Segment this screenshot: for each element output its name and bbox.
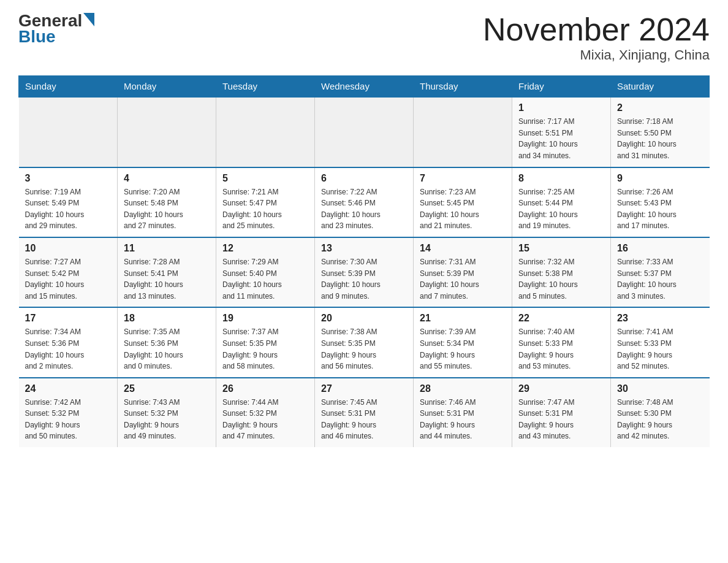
day-info: Sunrise: 7:30 AM Sunset: 5:39 PM Dayligh… xyxy=(321,256,407,302)
calendar-cell: 16Sunrise: 7:33 AM Sunset: 5:37 PM Dayli… xyxy=(611,237,710,307)
day-info: Sunrise: 7:35 AM Sunset: 5:36 PM Dayligh… xyxy=(124,326,210,372)
day-number: 17 xyxy=(25,313,112,324)
weekday-header-monday: Monday xyxy=(118,76,216,98)
calendar-cell: 5Sunrise: 7:21 AM Sunset: 5:47 PM Daylig… xyxy=(216,167,315,237)
calendar-week-row: 1Sunrise: 7:17 AM Sunset: 5:51 PM Daylig… xyxy=(19,97,710,167)
calendar-table: SundayMondayTuesdayWednesdayThursdayFrid… xyxy=(18,75,710,447)
calendar-cell: 24Sunrise: 7:42 AM Sunset: 5:32 PM Dayli… xyxy=(19,378,118,447)
calendar-cell: 10Sunrise: 7:27 AM Sunset: 5:42 PM Dayli… xyxy=(19,237,118,307)
calendar-cell: 11Sunrise: 7:28 AM Sunset: 5:41 PM Dayli… xyxy=(118,237,216,307)
day-info: Sunrise: 7:17 AM Sunset: 5:51 PM Dayligh… xyxy=(518,116,604,161)
day-number: 30 xyxy=(617,383,703,394)
day-info: Sunrise: 7:31 AM Sunset: 5:39 PM Dayligh… xyxy=(420,256,506,302)
calendar-cell xyxy=(216,97,315,167)
day-info: Sunrise: 7:32 AM Sunset: 5:38 PM Dayligh… xyxy=(518,256,604,302)
calendar-cell: 9Sunrise: 7:26 AM Sunset: 5:43 PM Daylig… xyxy=(611,167,710,237)
calendar-week-row: 3Sunrise: 7:19 AM Sunset: 5:49 PM Daylig… xyxy=(19,167,710,237)
calendar-cell xyxy=(414,97,512,167)
day-info: Sunrise: 7:42 AM Sunset: 5:32 PM Dayligh… xyxy=(25,397,112,442)
day-info: Sunrise: 7:19 AM Sunset: 5:49 PM Dayligh… xyxy=(25,186,112,232)
calendar-cell: 29Sunrise: 7:47 AM Sunset: 5:31 PM Dayli… xyxy=(512,378,611,447)
day-info: Sunrise: 7:47 AM Sunset: 5:31 PM Dayligh… xyxy=(518,397,604,442)
day-number: 4 xyxy=(124,173,210,184)
day-number: 12 xyxy=(222,243,308,254)
day-number: 22 xyxy=(518,313,604,324)
day-number: 21 xyxy=(420,313,506,324)
day-number: 11 xyxy=(124,243,210,254)
calendar-cell: 1Sunrise: 7:17 AM Sunset: 5:51 PM Daylig… xyxy=(512,97,611,167)
weekday-header-saturday: Saturday xyxy=(611,76,710,98)
calendar-cell xyxy=(118,97,216,167)
day-number: 20 xyxy=(321,313,407,324)
calendar-week-row: 17Sunrise: 7:34 AM Sunset: 5:36 PM Dayli… xyxy=(19,307,710,377)
day-info: Sunrise: 7:34 AM Sunset: 5:36 PM Dayligh… xyxy=(25,326,112,372)
calendar-cell: 3Sunrise: 7:19 AM Sunset: 5:49 PM Daylig… xyxy=(19,167,118,237)
weekday-header-wednesday: Wednesday xyxy=(315,76,414,98)
calendar-cell: 23Sunrise: 7:41 AM Sunset: 5:33 PM Dayli… xyxy=(611,307,710,377)
weekday-header-sunday: Sunday xyxy=(19,76,118,98)
calendar-cell: 18Sunrise: 7:35 AM Sunset: 5:36 PM Dayli… xyxy=(118,307,216,377)
day-number: 8 xyxy=(518,173,604,184)
weekday-header-row: SundayMondayTuesdayWednesdayThursdayFrid… xyxy=(19,76,710,98)
day-info: Sunrise: 7:27 AM Sunset: 5:42 PM Dayligh… xyxy=(25,256,112,302)
day-info: Sunrise: 7:44 AM Sunset: 5:32 PM Dayligh… xyxy=(222,397,308,442)
calendar-cell: 14Sunrise: 7:31 AM Sunset: 5:39 PM Dayli… xyxy=(414,237,512,307)
calendar-cell: 8Sunrise: 7:25 AM Sunset: 5:44 PM Daylig… xyxy=(512,167,611,237)
day-info: Sunrise: 7:46 AM Sunset: 5:31 PM Dayligh… xyxy=(420,397,506,442)
calendar-cell: 13Sunrise: 7:30 AM Sunset: 5:39 PM Dayli… xyxy=(315,237,414,307)
day-info: Sunrise: 7:23 AM Sunset: 5:45 PM Dayligh… xyxy=(420,186,506,232)
calendar-cell: 4Sunrise: 7:20 AM Sunset: 5:48 PM Daylig… xyxy=(118,167,216,237)
logo-blue: Blue xyxy=(18,27,56,47)
title-section: November 2024 Mixia, Xinjiang, China xyxy=(483,12,710,63)
day-info: Sunrise: 7:28 AM Sunset: 5:41 PM Dayligh… xyxy=(124,256,210,302)
day-info: Sunrise: 7:29 AM Sunset: 5:40 PM Dayligh… xyxy=(222,256,308,302)
calendar-cell xyxy=(315,97,414,167)
logo: General Blue xyxy=(18,12,94,47)
day-number: 23 xyxy=(617,313,703,324)
day-number: 1 xyxy=(518,102,604,113)
day-number: 24 xyxy=(25,383,112,394)
day-info: Sunrise: 7:21 AM Sunset: 5:47 PM Dayligh… xyxy=(222,186,308,232)
weekday-header-friday: Friday xyxy=(512,76,611,98)
day-info: Sunrise: 7:18 AM Sunset: 5:50 PM Dayligh… xyxy=(617,116,703,161)
calendar-cell: 25Sunrise: 7:43 AM Sunset: 5:32 PM Dayli… xyxy=(118,378,216,447)
day-info: Sunrise: 7:26 AM Sunset: 5:43 PM Dayligh… xyxy=(617,186,703,232)
month-title: November 2024 xyxy=(483,12,710,47)
day-number: 14 xyxy=(420,243,506,254)
day-number: 3 xyxy=(25,173,112,184)
calendar-cell: 15Sunrise: 7:32 AM Sunset: 5:38 PM Dayli… xyxy=(512,237,611,307)
day-number: 29 xyxy=(518,383,604,394)
day-info: Sunrise: 7:45 AM Sunset: 5:31 PM Dayligh… xyxy=(321,397,407,442)
calendar-cell: 2Sunrise: 7:18 AM Sunset: 5:50 PM Daylig… xyxy=(611,97,710,167)
day-number: 25 xyxy=(124,383,210,394)
day-number: 27 xyxy=(321,383,407,394)
day-number: 5 xyxy=(222,173,308,184)
day-number: 6 xyxy=(321,173,407,184)
calendar-cell: 20Sunrise: 7:38 AM Sunset: 5:35 PM Dayli… xyxy=(315,307,414,377)
day-number: 19 xyxy=(222,313,308,324)
day-info: Sunrise: 7:41 AM Sunset: 5:33 PM Dayligh… xyxy=(617,326,703,372)
location: Mixia, Xinjiang, China xyxy=(483,47,710,63)
calendar-cell: 27Sunrise: 7:45 AM Sunset: 5:31 PM Dayli… xyxy=(315,378,414,447)
day-number: 26 xyxy=(222,383,308,394)
weekday-header-tuesday: Tuesday xyxy=(216,76,315,98)
day-number: 13 xyxy=(321,243,407,254)
calendar-cell: 21Sunrise: 7:39 AM Sunset: 5:34 PM Dayli… xyxy=(414,307,512,377)
logo-arrow-icon xyxy=(83,13,94,26)
day-info: Sunrise: 7:20 AM Sunset: 5:48 PM Dayligh… xyxy=(124,186,210,232)
day-number: 10 xyxy=(25,243,112,254)
day-number: 9 xyxy=(617,173,703,184)
calendar-cell: 6Sunrise: 7:22 AM Sunset: 5:46 PM Daylig… xyxy=(315,167,414,237)
day-info: Sunrise: 7:43 AM Sunset: 5:32 PM Dayligh… xyxy=(124,397,210,442)
calendar-cell: 12Sunrise: 7:29 AM Sunset: 5:40 PM Dayli… xyxy=(216,237,315,307)
day-number: 28 xyxy=(420,383,506,394)
calendar-week-row: 10Sunrise: 7:27 AM Sunset: 5:42 PM Dayli… xyxy=(19,237,710,307)
page-header: General Blue November 2024 Mixia, Xinjia… xyxy=(18,12,710,63)
calendar-cell: 19Sunrise: 7:37 AM Sunset: 5:35 PM Dayli… xyxy=(216,307,315,377)
calendar-cell: 30Sunrise: 7:48 AM Sunset: 5:30 PM Dayli… xyxy=(611,378,710,447)
day-number: 18 xyxy=(124,313,210,324)
day-number: 15 xyxy=(518,243,604,254)
calendar-week-row: 24Sunrise: 7:42 AM Sunset: 5:32 PM Dayli… xyxy=(19,378,710,447)
day-number: 7 xyxy=(420,173,506,184)
day-info: Sunrise: 7:37 AM Sunset: 5:35 PM Dayligh… xyxy=(222,326,308,372)
